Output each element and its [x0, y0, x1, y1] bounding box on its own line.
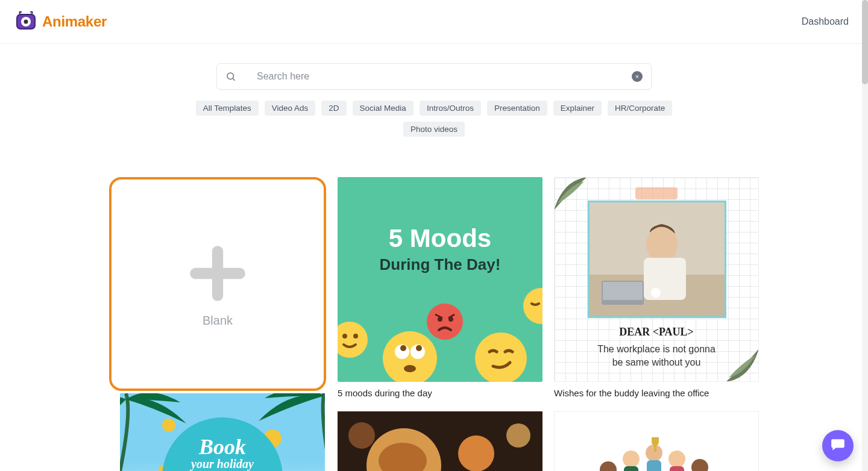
emoji-smirk-icon	[475, 332, 527, 382]
dot-icon	[162, 419, 175, 432]
svg-rect-46	[654, 443, 656, 452]
chip-video-ads[interactable]: Video Ads	[265, 101, 316, 116]
svg-point-13	[404, 365, 416, 372]
emoji-smile-icon	[338, 322, 368, 358]
chip-explainer[interactable]: Explainer	[553, 101, 602, 116]
template-thumb-wishes[interactable]: DEAR <PAUL> The workplace is not gonna b…	[554, 177, 759, 382]
svg-point-23	[651, 288, 661, 298]
svg-rect-20	[644, 258, 686, 300]
svg-point-7	[342, 334, 347, 338]
chip-intros-outros[interactable]: Intros/Outros	[420, 101, 481, 116]
logo[interactable]: Animaker	[14, 10, 107, 34]
svg-rect-37	[624, 466, 638, 471]
svg-point-29	[348, 422, 375, 449]
chat-icon	[830, 437, 846, 455]
template-card-holiday: Book your holiday	[120, 393, 325, 471]
logo-icon	[14, 10, 39, 34]
chip-hr-corporate[interactable]: HR/Corporate	[608, 101, 672, 116]
blank-label: Blank	[203, 314, 233, 328]
svg-rect-6	[190, 268, 245, 279]
template-thumb-thanksgiving[interactable]: But here's what	[338, 411, 542, 471]
chip-2d[interactable]: 2D	[321, 101, 346, 116]
wishes-thumb-line1: The workplace is not gonna	[555, 344, 758, 355]
wishes-thumb-line2: be same without you	[555, 357, 758, 368]
template-card-wishes: DEAR <PAUL> The workplace is not gonna b…	[554, 177, 759, 398]
svg-point-11	[400, 345, 406, 351]
search-input[interactable]	[257, 71, 632, 82]
template-card-people	[554, 411, 759, 471]
template-thumb-holiday[interactable]: Book your holiday	[120, 393, 325, 471]
plus-icon	[184, 240, 251, 309]
scrollbar-thumb[interactable]	[862, 0, 868, 84]
svg-line-4	[233, 78, 234, 80]
template-card-moods: 5 Moods During The Day! z 5 moods during…	[338, 177, 542, 398]
search-clear-button[interactable]: ×	[632, 71, 643, 82]
chip-presentation[interactable]: Presentation	[487, 101, 547, 116]
template-title-wishes: Wishes for the buddy leaving the office	[554, 388, 759, 398]
svg-point-34	[600, 461, 617, 471]
svg-point-36	[623, 451, 640, 467]
holiday-word1: Book	[199, 434, 246, 460]
chip-photo-videos[interactable]: Photo videos	[403, 122, 465, 137]
chip-all-templates[interactable]: All Templates	[196, 101, 259, 116]
photo-frame	[588, 201, 726, 318]
logo-text: Animaker	[42, 13, 107, 30]
svg-point-12	[416, 345, 422, 351]
svg-point-27	[458, 435, 494, 471]
svg-point-8	[353, 334, 358, 338]
wishes-thumb-dear: DEAR <PAUL>	[555, 326, 758, 338]
moods-thumb-subtitle: During The Day!	[338, 255, 542, 274]
emoji-angry-icon	[427, 304, 463, 340]
chat-launcher-button[interactable]	[822, 430, 854, 461]
header: Animaker Dashboard	[0, 0, 868, 44]
templates-grid: Blank 5 Moods During The Day! z 5 moods …	[109, 168, 759, 471]
holiday-word2: your holiday	[191, 457, 254, 471]
svg-rect-39	[647, 460, 661, 471]
emoji-sleep-icon: z	[523, 288, 542, 324]
svg-rect-22	[603, 282, 643, 300]
svg-rect-41	[670, 466, 684, 471]
template-thumb-people[interactable]	[554, 411, 759, 471]
dashboard-link[interactable]: Dashboard	[802, 16, 849, 27]
svg-point-42	[691, 459, 708, 471]
category-chips: All Templates Video Ads 2D Social Media …	[193, 101, 675, 137]
template-title-moods: 5 moods during the day	[338, 388, 542, 398]
moods-thumb-title: 5 Moods	[338, 224, 542, 253]
scrollbar[interactable]	[862, 0, 868, 471]
template-thumb-moods[interactable]: 5 Moods During The Day! z	[338, 177, 542, 382]
food-spread-icon	[338, 411, 542, 471]
search-icon	[225, 71, 236, 82]
search-bar[interactable]: ×	[216, 63, 652, 90]
template-card-thanksgiving: But here's what	[338, 411, 542, 471]
tape-icon	[635, 187, 678, 199]
svg-point-30	[506, 423, 530, 448]
blank-template-card[interactable]: Blank	[109, 177, 326, 391]
svg-point-3	[227, 73, 234, 80]
people-group-icon	[566, 423, 747, 471]
svg-point-2	[24, 20, 28, 24]
svg-point-40	[668, 451, 685, 467]
chip-social-media[interactable]: Social Media	[353, 101, 414, 116]
